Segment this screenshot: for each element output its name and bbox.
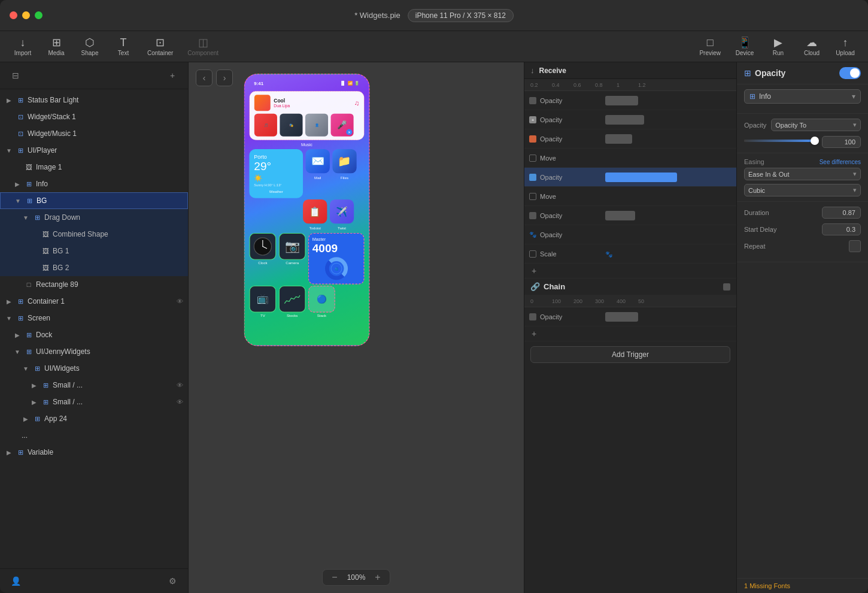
layer-item-combined-shape[interactable]: 🖼 Combined Shape: [0, 226, 188, 243]
window-title: * Widgets.pie: [354, 11, 400, 20]
preview-button[interactable]: □ Preview: [693, 35, 727, 59]
props-spacer: [737, 262, 868, 578]
layer-name-combined-shape: Combined Shape: [53, 230, 183, 238]
layer-item-status-bar-light[interactable]: ▶ ⊞ Status Bar Light: [0, 92, 188, 108]
timeline-row-opacity-3: Opacity: [524, 129, 736, 149]
ruler-mark-1: 0.4: [552, 82, 573, 88]
opacity-toggle[interactable]: [839, 67, 861, 79]
layer-item-bg-2[interactable]: 🖼 BG 2: [0, 259, 188, 276]
duration-input[interactable]: 0.87: [822, 207, 861, 219]
timeline-bar-area-5: [602, 225, 736, 244]
chain-mark-0: 0: [530, 298, 552, 304]
media-button[interactable]: ⊞ Media: [41, 35, 72, 59]
zoom-out-button[interactable]: −: [329, 572, 341, 583]
layer-type-grid-icon9: ⊞: [24, 347, 34, 356]
layer-name-ui-widgets: UI/Widgets: [44, 364, 183, 373]
canvas-back-button[interactable]: ‹: [196, 69, 213, 86]
layer-item-dock[interactable]: ▶ ⊞ Dock: [0, 326, 188, 343]
spacer6: [13, 280, 22, 289]
timeline-row-opacity-5: 🐾 Opacity: [524, 225, 736, 244]
chain-header: 🔗 Chain: [524, 279, 736, 295]
device-pill[interactable]: iPhone 11 Pro / X 375 × 812: [408, 9, 514, 22]
layer-item-container-1[interactable]: ▶ ⊞ Container 1 👁: [0, 293, 188, 310]
opacity-slider[interactable]: [744, 140, 817, 142]
shape-button[interactable]: ⬡ Shape: [74, 35, 105, 59]
upload-button[interactable]: ↑ Upload: [830, 35, 861, 59]
twist-label: Twist: [330, 226, 354, 231]
ruler-marks: 0.2 0.4 0.6 0.8 1 1.2: [524, 79, 736, 90]
layer-item-info[interactable]: ▶ ⊞ Info: [0, 176, 188, 192]
start-delay-input[interactable]: 0.3: [822, 223, 861, 235]
layer-item-app-24[interactable]: ▶ ⊞ App 24: [0, 410, 188, 427]
run-button[interactable]: ▶ Run: [763, 35, 794, 59]
minimize-button[interactable]: [22, 11, 30, 19]
layer-type-rect-icon: □: [24, 280, 34, 289]
cloud-button[interactable]: ☁ Cloud: [796, 35, 827, 59]
camera-widget: 📷: [279, 233, 306, 260]
layer-item-more[interactable]: ...: [0, 427, 188, 444]
layer-item-bg[interactable]: ▼ ⊞ BG: [0, 192, 188, 209]
easing-type-select[interactable]: Ease In & Out ▾: [744, 168, 861, 180]
layer-item-small-2[interactable]: ▶ ⊞ Small / ... 👁: [0, 394, 188, 410]
container-button[interactable]: ⊡ Container: [141, 35, 179, 59]
layer-name-variable: Variable: [28, 448, 183, 456]
add-trigger-button[interactable]: Add Trigger: [530, 346, 730, 363]
easing-header-row: Easing See differences: [744, 158, 861, 165]
files-app: 📁: [332, 149, 356, 173]
easing-curve-select[interactable]: Cubic ▾: [744, 184, 861, 196]
clock-widget-wrapper: Clock: [249, 233, 276, 265]
chain-add-button[interactable]: +: [524, 326, 736, 341]
right-anim-panel: ↓ Receive 0.2 0.4 0.6 0.8 1 1.2 Opacity: [524, 62, 736, 593]
opacity-type-select[interactable]: Opacity To ▾: [771, 119, 861, 131]
sidebar-add-button[interactable]: +: [164, 67, 181, 84]
close-button[interactable]: [10, 11, 17, 19]
layer-item-screen[interactable]: ▼ ⊞ Screen: [0, 310, 188, 326]
layer-item-ui-widgets[interactable]: ▼ ⊞ UI/Widgets: [0, 360, 188, 377]
layer-item-ui-jennywidgets[interactable]: ▼ ⊞ UI/JennyWidgets: [0, 343, 188, 360]
text-button[interactable]: T Text: [108, 35, 139, 59]
signal-icon: ▐▌: [340, 81, 346, 86]
timeline-label-move-1: Move: [524, 155, 602, 162]
timeline-label-scale: Scale: [524, 250, 602, 258]
info-dropdown[interactable]: ⊞ Info ▾: [744, 89, 861, 104]
layer-item-variable[interactable]: ▶ ⊞ Variable: [0, 444, 188, 461]
layer-type-grid-icon13: ⊞: [32, 414, 42, 423]
layer-item-widget-stack-1[interactable]: ⊡ Widget/Stack 1: [0, 108, 188, 125]
import-button[interactable]: ↓ Import: [7, 35, 38, 59]
layer-item-ui-player[interactable]: ▼ ⊞ UI/Player: [0, 142, 188, 159]
spacer3: [30, 230, 38, 238]
opacity-value-input[interactable]: 100: [822, 136, 861, 148]
files-label: Files: [332, 176, 356, 180]
cover-4: 🎤 ✕: [331, 114, 354, 137]
repeat-checkbox[interactable]: [849, 240, 861, 252]
timeline-add-button[interactable]: +: [524, 264, 736, 279]
see-differences-link[interactable]: See differences: [820, 159, 861, 165]
layer-item-drag-down[interactable]: ▼ ⊞ Drag Down: [0, 209, 188, 226]
timeline-bar-area-scale: 🐾: [602, 244, 736, 263]
canvas-area[interactable]: ‹ › 9:41 ▐▌ 📶 🔋: [189, 62, 524, 593]
chain-mark-200: 200: [573, 298, 595, 304]
timeline-label-opacity-4: Opacity: [524, 212, 602, 219]
timeline-bar-area-2: [602, 110, 736, 129]
fullscreen-button[interactable]: [35, 11, 43, 19]
layer-name-dock: Dock: [36, 331, 183, 339]
info-dropdown-inner: ⊞ Info: [749, 92, 771, 101]
component-button[interactable]: ◫ Component: [181, 35, 224, 59]
layer-name-ui-jennywidgets: UI/JennyWidgets: [36, 347, 183, 356]
timeline-row-move-1: Move: [524, 149, 736, 168]
sidebar-collapse-button[interactable]: ⊟: [7, 67, 24, 84]
layer-item-small-1[interactable]: ▶ ⊞ Small / ... 👁: [0, 377, 188, 394]
zoom-in-button[interactable]: +: [372, 572, 384, 583]
timeline-bar-3: [605, 134, 632, 144]
user-icon[interactable]: 👤: [7, 573, 24, 589]
canvas-forward-button[interactable]: ›: [216, 69, 233, 86]
preview-icon: □: [707, 37, 714, 48]
device-button[interactable]: 📱 Device: [729, 35, 760, 59]
settings-icon[interactable]: ⚙: [164, 573, 181, 589]
layer-item-image-1[interactable]: 🖼 Image 1: [0, 159, 188, 176]
mail-label: Mail: [306, 176, 330, 180]
add-trigger-label: Add Trigger: [612, 350, 649, 359]
layer-item-widget-music-1[interactable]: ⊡ Widget/Music 1: [0, 125, 188, 142]
layer-item-bg-1[interactable]: 🖼 BG 1: [0, 243, 188, 259]
layer-item-rectangle-89[interactable]: □ Rectangle 89: [0, 276, 188, 293]
